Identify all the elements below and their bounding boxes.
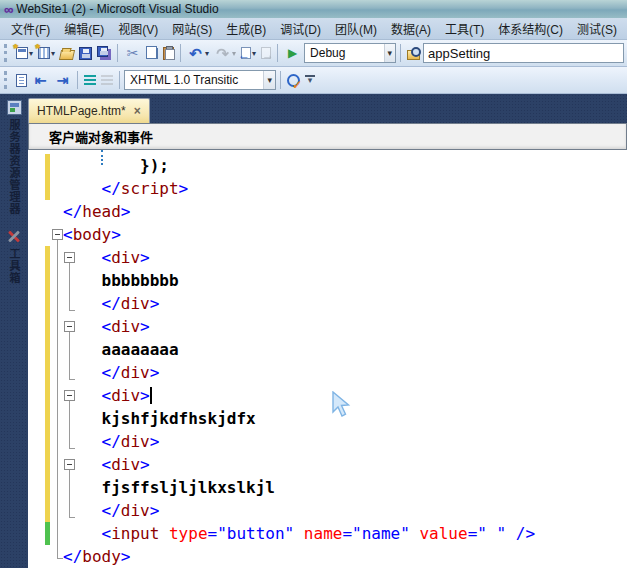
code-line[interactable]: </script> (28, 177, 627, 200)
undo-button[interactable]: ▾ (185, 42, 211, 64)
increase-indent-button[interactable] (52, 69, 73, 91)
navigate-forward-icon (261, 47, 271, 59)
decrease-indent-button[interactable] (30, 69, 51, 91)
code-token: fjsffsljljlkxslkjl (63, 478, 275, 497)
save-all-button[interactable] (95, 42, 113, 64)
code-line[interactable]: }); (28, 154, 627, 177)
code-text: <input type="button" name="name" value="… (63, 522, 535, 545)
code-line[interactable]: <div> (28, 384, 627, 407)
outline-line (57, 269, 58, 292)
target-schema-combobox[interactable]: XHTML 1.0 Transitic▾ (124, 70, 276, 90)
navigate-backward-icon (241, 47, 251, 59)
chevron-down-icon[interactable]: ▾ (263, 71, 275, 89)
menu-item[interactable]: 网站(S) (165, 18, 219, 39)
code-area[interactable]: }); </script></head><body> <div> bbbbbbb… (28, 150, 627, 568)
toolbar-options-button[interactable] (303, 69, 317, 91)
add-new-item-icon (38, 47, 50, 59)
code-line[interactable]: <div> (28, 246, 627, 269)
code-line[interactable]: bbbbbbbb (28, 269, 627, 292)
code-token: </ (63, 202, 82, 221)
chevron-down-icon[interactable]: ▾ (29, 49, 33, 58)
code-line[interactable]: </div> (28, 499, 627, 522)
format-document-icon (16, 74, 27, 87)
chevron-down-icon[interactable]: ▾ (51, 49, 55, 58)
code-line[interactable]: </body> (28, 545, 627, 568)
menu-item[interactable]: 数据(A) (384, 18, 438, 39)
code-line[interactable]: </div> (28, 292, 627, 315)
change-tracking-bar (45, 407, 50, 430)
code-line[interactable]: </div> (28, 361, 627, 384)
menu-item[interactable]: 视图(V) (111, 18, 165, 39)
find-combobox[interactable] (423, 43, 624, 63)
outline-line (57, 545, 58, 558)
toolbar-separator (119, 71, 120, 89)
code-line[interactable]: <input type="button" name="name" value="… (28, 522, 627, 545)
code-token (63, 363, 102, 382)
redo-button[interactable]: ▾ (212, 42, 238, 64)
menu-item[interactable]: 编辑(E) (57, 18, 111, 39)
code-line[interactable]: <body> (28, 223, 627, 246)
code-token: < (102, 524, 112, 543)
open-file-button[interactable] (58, 42, 76, 64)
code-text: </head> (63, 200, 130, 223)
chevron-down-icon[interactable]: ▾ (384, 44, 396, 62)
code-text: <div> (63, 315, 150, 338)
check-page-validity-button[interactable] (285, 69, 302, 91)
start-debugging-button[interactable] (282, 42, 303, 64)
menu-item[interactable]: 文件(F) (4, 18, 57, 39)
decrease-indent-icon (32, 72, 49, 89)
menu-item[interactable]: 调试(D) (273, 18, 328, 39)
outline-line (57, 476, 58, 499)
code-line[interactable]: kjshfjkdfhskjdfx (28, 407, 627, 430)
cut-button[interactable] (122, 42, 143, 64)
outline-line (57, 430, 58, 453)
new-project-button[interactable]: ▾ (14, 42, 35, 64)
code-text: <div> (63, 384, 152, 407)
paste-icon (163, 47, 174, 60)
code-text: }); (63, 154, 169, 177)
menu-item[interactable]: 体系结构(C) (491, 18, 570, 39)
collapse-box-icon[interactable] (64, 390, 75, 401)
outline-line (57, 453, 58, 476)
code-token: > (140, 455, 150, 474)
chevron-down-icon[interactable]: ▾ (205, 49, 209, 58)
code-line[interactable]: </div> (28, 430, 627, 453)
code-line[interactable]: <div> (28, 453, 627, 476)
code-line[interactable]: </head> (28, 200, 627, 223)
menu-item[interactable]: 团队(M) (328, 18, 384, 39)
sidebar-item-server-explorer[interactable]: 服务器资源管理器 (6, 100, 22, 215)
change-tracking-bar (45, 476, 50, 499)
format-document-button[interactable] (14, 69, 29, 91)
outline-line (57, 315, 58, 338)
comment-selection-button[interactable] (82, 69, 98, 91)
collapse-box-icon[interactable] (52, 229, 63, 240)
menu-item[interactable]: 测试(S) (570, 18, 624, 39)
menu-item[interactable]: 生成(B) (219, 18, 273, 39)
code-token: div (111, 455, 140, 474)
code-line[interactable]: fjsffsljljlkxslkjl (28, 476, 627, 499)
code-token: > (150, 432, 160, 451)
paste-button[interactable] (161, 42, 176, 64)
code-line[interactable]: aaaaaaaa (28, 338, 627, 361)
uncomment-selection-button[interactable] (99, 69, 115, 91)
add-new-item-button[interactable]: ▾ (36, 42, 57, 64)
navigate-backward-button[interactable]: ▾ (239, 42, 258, 64)
code-text: <body> (63, 223, 121, 246)
chevron-down-icon[interactable]: ▾ (232, 49, 236, 58)
code-line[interactable]: <div> (28, 315, 627, 338)
sidebar-item-toolbox[interactable]: 工具箱 (6, 229, 22, 284)
collapse-box-icon[interactable] (64, 459, 75, 470)
solution-configuration-combobox[interactable]: Debug▾ (304, 43, 396, 63)
chevron-down-icon[interactable]: ▾ (252, 49, 256, 58)
navigate-forward-button[interactable] (259, 42, 273, 64)
menu-item[interactable]: 工具(T) (438, 18, 491, 39)
copy-button[interactable] (144, 42, 160, 64)
close-icon[interactable]: × (134, 105, 141, 117)
save-button[interactable] (77, 42, 94, 64)
collapse-box-icon[interactable] (64, 321, 75, 332)
tab-htmlpage[interactable]: HTMLPage.htm* × (28, 98, 150, 123)
collapse-box-icon[interactable] (64, 252, 75, 263)
editor-navigation-dropdown[interactable]: 客户端对象和事件 (28, 123, 627, 150)
code-text: kjshfjkdfhskjdfx (63, 407, 256, 430)
find-in-files-button[interactable] (405, 42, 422, 64)
